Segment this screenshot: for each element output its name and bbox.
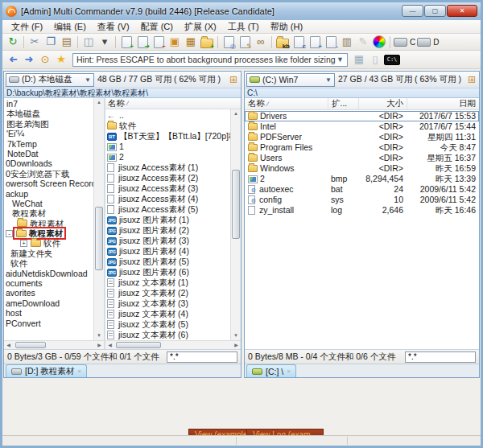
chevron-down-icon[interactable]: ▼	[325, 76, 332, 84]
toolbar-icon[interactable]	[77, 36, 78, 48]
size-column-header[interactable]: 大小	[358, 98, 407, 109]
file-list-item[interactable]: jisuxz 文本素材 (1)	[105, 277, 230, 288]
new-file-icon[interactable]: +	[119, 35, 134, 49]
tree-item[interactable]: - 教程素材	[4, 228, 93, 238]
tree-item[interactable]: 新建文件夹	[4, 249, 93, 258]
scrollbar-thumb[interactable]	[15, 342, 46, 348]
file-list-item[interactable]: jisuxz 图片素材 (1)	[105, 215, 230, 225]
left-path-bar[interactable]: D:\backup\教程素材\教程素材\教程素材\	[4, 88, 241, 98]
file-list-item[interactable]: 2	[105, 152, 230, 162]
list-vertical-scrollbar[interactable]: ▲ ▼	[230, 109, 241, 340]
tree-item[interactable]: 教程素材	[4, 219, 93, 228]
tree-item[interactable]: + 软件	[4, 238, 93, 248]
folder-tree-icon[interactable]: ⊞	[468, 74, 477, 85]
drive-d-button[interactable]: D	[417, 35, 439, 49]
menu-item[interactable]: 编辑 (E)	[48, 21, 92, 33]
favorites-icon[interactable]: ★	[54, 52, 68, 67]
table-row[interactable]: Program Files <DIR> 今天 8:47	[245, 142, 479, 153]
tree-item[interactable]: ackup	[4, 189, 93, 199]
tree-item[interactable]: avorites	[4, 288, 93, 298]
folder-tree-icon[interactable]: ⊞	[229, 74, 239, 85]
tree-item[interactable]: in7	[4, 99, 93, 109]
file-list-item[interactable]: jisuxz 文本素材 (2)	[105, 288, 230, 298]
scroll-right-icon[interactable]: ▶	[232, 341, 241, 349]
edit-file-icon[interactable]: ✎	[237, 35, 252, 49]
menu-item[interactable]: 扩展 (X)	[179, 21, 222, 33]
color-wheel-icon[interactable]	[372, 35, 386, 49]
tree-item[interactable]: 0安全浏览器下载	[4, 169, 93, 179]
file-list-item[interactable]: jisuxz 图片素材 (4)	[105, 246, 230, 257]
tree-item[interactable]: 'Ei'¼	[4, 129, 93, 138]
command-prompt-icon[interactable]: C:\	[384, 55, 400, 65]
scroll-right-icon[interactable]: ▶	[95, 341, 104, 349]
right-panel-tab[interactable]: [C:] \ ×	[246, 364, 296, 377]
table-row[interactable]: zy_install log 2,646 昨天 16:46	[245, 205, 479, 216]
maximize-button[interactable]: ▢	[424, 5, 446, 17]
table-row[interactable]: Users <DIR> 星期五 16:37	[245, 153, 479, 163]
tree-item[interactable]: host	[4, 308, 93, 318]
tree-item[interactable]: 软件	[4, 258, 93, 268]
edit-disabled-icon[interactable]: ✎	[356, 35, 370, 49]
tree-item[interactable]: 0Downloads	[4, 158, 93, 168]
refresh-icon[interactable]: ↻	[6, 35, 20, 49]
forward-icon[interactable]: ➜	[22, 52, 36, 67]
chevron-down-icon[interactable]: ▼	[85, 76, 91, 84]
file-list-item[interactable]: jisuxz Access素材 (3)	[105, 183, 230, 194]
file-list-item[interactable]: jisuxz Access素材 (5)	[105, 204, 230, 215]
view-file-icon[interactable]: ◎	[221, 35, 236, 49]
search-files-icon[interactable]: ∞	[254, 35, 268, 49]
name-column-header[interactable]: 名称 ∕	[105, 98, 241, 109]
split-dropdown-icon[interactable]: ▾	[97, 35, 112, 49]
expander-icon[interactable]: +	[20, 240, 27, 247]
file-list-item[interactable]: jisuxz Access素材 (4)	[105, 194, 230, 204]
toolbar-icon[interactable]	[390, 36, 390, 48]
left-drive-selector[interactable]: (D:) 本地磁盘 ▼	[6, 73, 94, 87]
tree-item[interactable]: 本地磁盘	[4, 109, 93, 118]
title-bar[interactable]: [Admin] Multi Commander v7.9 (build 2446…	[2, 2, 481, 20]
copy-path-icon[interactable]: c	[291, 35, 306, 49]
tree-item[interactable]: 7kTemp	[4, 139, 93, 149]
file-list-item[interactable]: jisuxz 图片素材 (6)	[105, 267, 230, 277]
scroll-down-icon[interactable]: ▼	[231, 331, 241, 340]
file-list-item[interactable]: jisuxz 文本素材 (3)	[105, 298, 230, 309]
copy-file-icon[interactable]: ➜	[135, 35, 150, 49]
drive-c-button[interactable]: C	[394, 35, 415, 49]
folder-size-icon[interactable]: kb	[275, 35, 290, 49]
clipboard-icon[interactable]: ▥	[340, 35, 354, 49]
scroll-up-icon[interactable]: ▲	[94, 98, 104, 107]
file-list-item[interactable]: jisuxz Access素材 (1)	[105, 162, 230, 173]
left-panel-tab[interactable]: [D:] 教程素材 ×	[6, 364, 87, 377]
menu-item[interactable]: 配置 (C)	[135, 21, 179, 33]
file-list-item[interactable]: 软件	[105, 121, 230, 131]
file-list-item[interactable]: jisuxz 图片素材 (5)	[105, 257, 230, 267]
tab-close-icon[interactable]: ×	[77, 368, 81, 375]
tree-item[interactable]: NoteDat	[4, 149, 93, 158]
file-list-item[interactable]: jisuxz 图片素材 (2)	[105, 225, 230, 236]
tree-item[interactable]: 图老弟淘图	[4, 119, 93, 129]
tree-item[interactable]: owersoft Screen Recorder T	[4, 179, 93, 188]
hint-combobox[interactable]: Hint: Press ESCAPE to abort background p…	[72, 53, 348, 67]
scrollbar-thumb[interactable]	[232, 170, 240, 239]
table-row[interactable]: config sys 10 2009/6/11 5:42	[245, 195, 479, 205]
new-folder-icon[interactable]: +	[200, 35, 214, 49]
name-column-header[interactable]: 名称 ∕	[245, 98, 328, 109]
tree-item[interactable]: ameDownload	[4, 298, 93, 308]
delete-file-icon[interactable]: −	[151, 35, 166, 49]
table-row[interactable]: autoexec bat 24 2009/6/11 5:42	[245, 184, 479, 195]
toolbar-icon[interactable]	[271, 36, 272, 48]
toolbar-icon[interactable]	[115, 36, 116, 48]
menu-item[interactable]: 工具 (T)	[222, 21, 265, 33]
right-path-bar[interactable]: C:\	[245, 88, 479, 98]
tree-vertical-scrollbar[interactable]: ▲ ▼	[93, 98, 104, 340]
tree-horizontal-scrollbar[interactable]: ◀ ▶	[4, 340, 104, 349]
copy-fullpath-icon[interactable]: -	[324, 35, 338, 49]
left-filter-input[interactable]	[167, 351, 237, 363]
tree-item[interactable]: 教程素材	[4, 208, 93, 218]
file-list-item[interactable]: 【BT天堂】【BTtt.la】[720p]移动迷	[105, 131, 230, 142]
pack-archive-icon[interactable]: ▣	[167, 35, 182, 49]
date-column-header[interactable]: 日期	[407, 98, 479, 109]
right-drive-selector[interactable]: (C:) Win7 ▼	[246, 73, 335, 87]
tree-item[interactable]: WeChat	[4, 199, 93, 208]
right-filter-input[interactable]	[405, 351, 476, 363]
scroll-down-icon[interactable]: ▼	[94, 331, 104, 340]
